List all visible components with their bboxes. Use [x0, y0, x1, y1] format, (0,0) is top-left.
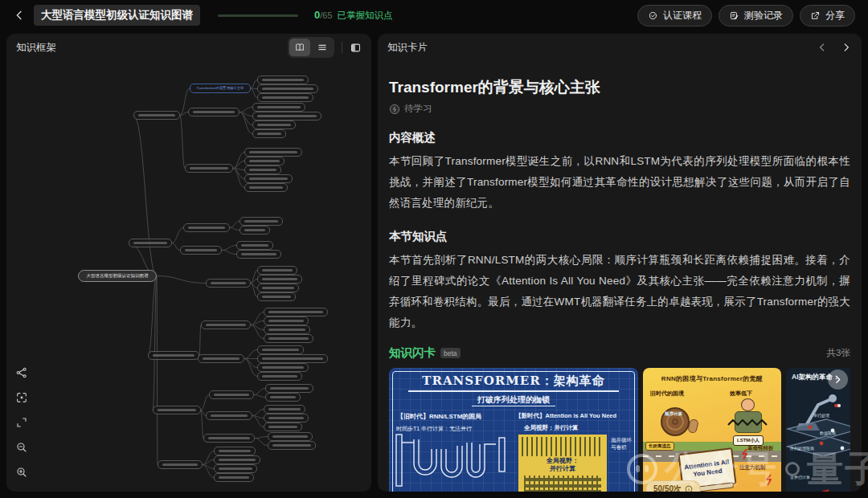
fc1-serial-label: 时间步T1 串行计算：无法并行 — [396, 425, 472, 433]
mindmap-node[interactable] — [264, 414, 309, 422]
mindmap-node[interactable] — [185, 164, 233, 173]
page-title: 大型语言模型初级认证知识图谱 — [34, 5, 200, 26]
collapse-panel-button[interactable] — [350, 42, 362, 54]
list-view-button[interactable] — [312, 39, 333, 56]
mindmap-canvas[interactable]: 大型语言模型初级认证知识图谱Transformer的背景与核心主张 — [6, 34, 371, 492]
mindmap-node[interactable] — [268, 432, 313, 441]
mindmap-node[interactable] — [214, 464, 257, 473]
next-card-button[interactable] — [841, 42, 852, 53]
mindmap-node[interactable] — [257, 284, 299, 292]
fc1-rule-2 — [472, 406, 555, 406]
mindmap-node[interactable] — [252, 112, 321, 120]
mindmap-node[interactable] — [244, 183, 288, 192]
overview-text: 本节回顾了Transformer模型诞生之前，以RNN和LSTM为代表的序列处理… — [389, 151, 850, 214]
mindmap-node[interactable] — [244, 165, 281, 174]
quiz-record-label: 测验记录 — [744, 9, 783, 22]
mindmap-node[interactable] — [257, 354, 328, 363]
mindmap-node[interactable] — [206, 279, 251, 288]
knowledge-card-panel: 知识卡片 Transformer的背景与核心主张 待学习 内容概述 本节回顾了T… — [378, 34, 862, 492]
quiz-record-button[interactable]: 测验记录 — [719, 5, 793, 27]
mindmap-node[interactable] — [236, 241, 273, 250]
header-divider — [342, 42, 342, 53]
mindmap-node[interactable] — [257, 266, 297, 275]
fc1-rule — [408, 390, 619, 392]
mindmap-node[interactable] — [180, 246, 222, 255]
mindmap-node[interactable] — [214, 455, 260, 464]
mindmap-node[interactable] — [236, 250, 281, 259]
mindmap-node[interactable] — [264, 308, 328, 316]
mindmap-node[interactable] — [158, 460, 203, 469]
clipboard-edit-icon — [729, 10, 739, 21]
flashcard-quota-badge[interactable]: 50/50次 — [645, 480, 701, 492]
topbar-actions: 认证课程 测验记录 分享 — [637, 5, 855, 27]
mindmap-node[interactable] — [252, 103, 305, 112]
zoom-out-button[interactable] — [15, 441, 28, 454]
share-button[interactable]: 分享 — [800, 5, 855, 27]
prev-card-button[interactable] — [817, 42, 828, 53]
flashcard-comic[interactable]: RNN的困境与Transformer的觉醒 旧时代的困境 效率低下 顺序计算 L… — [643, 368, 781, 492]
mindmap-root-node[interactable]: 大型语言模型初级认证知识图谱 — [78, 270, 157, 282]
points-text: 本节首先剖析了RNN/LSTM的两大核心局限：顺序计算瓶颈和长距离依赖捕捉困难。… — [389, 250, 850, 333]
mindmap-node[interactable] — [257, 275, 302, 284]
attention-dots — [643, 368, 781, 492]
right-panel-header: 知识卡片 — [378, 34, 862, 61]
mindmap-node[interactable] — [257, 93, 313, 102]
mindmap-node[interactable] — [244, 148, 302, 157]
mindmap-node[interactable] — [129, 239, 172, 247]
share-icon — [810, 10, 821, 21]
map-view-button[interactable] — [289, 39, 310, 56]
mindmap-node[interactable] — [257, 345, 304, 354]
mindmap-node[interactable] — [265, 384, 313, 393]
mindmap-node[interactable] — [244, 157, 285, 165]
overview-heading: 内容概述 — [389, 130, 850, 145]
mindmap-node[interactable] — [252, 129, 286, 138]
mindmap-node[interactable] — [257, 372, 302, 381]
mindmap-node[interactable] — [252, 120, 296, 129]
mindmap-node[interactable] — [153, 406, 201, 414]
mindmap-node[interactable] — [264, 316, 309, 325]
share-graph-icon — [15, 366, 28, 379]
graph-layout-button[interactable] — [15, 366, 28, 379]
mindmap-node[interactable] — [264, 334, 313, 343]
mindmap-node[interactable] — [268, 441, 316, 450]
mindmap-node[interactable] — [257, 76, 309, 84]
mindmap-node[interactable] — [209, 390, 254, 399]
mindmap-node[interactable] — [264, 405, 305, 414]
progress-label: 已掌握知识点 — [338, 10, 393, 22]
mindmap-node[interactable] — [257, 292, 296, 301]
fc1-title: TRANSFORMER：架构革命 — [389, 374, 638, 389]
flashcards-row: TRANSFORMER：架构革命 打破序列处理的枷锁 【旧时代】RNN/LSTM… — [389, 368, 850, 492]
focus-center-button[interactable] — [15, 391, 28, 404]
mindmap-node[interactable] — [203, 434, 255, 443]
mindmap-node[interactable] — [201, 320, 251, 329]
mindmap-node[interactable] — [240, 217, 283, 226]
status-badge-icon — [389, 104, 400, 115]
mindmap-node[interactable] — [188, 108, 240, 116]
back-button[interactable] — [13, 9, 26, 22]
expand-icon — [15, 416, 28, 429]
mindmap-node[interactable] — [206, 411, 252, 420]
mindmap-node[interactable] — [244, 174, 293, 183]
mindmap-node[interactable] — [183, 223, 230, 232]
mindmap-node[interactable] — [148, 351, 199, 360]
mindmap-node[interactable] — [198, 354, 244, 363]
flashcards-next-button[interactable] — [828, 369, 848, 390]
quota-label: 50/50次 — [653, 484, 682, 492]
mindmap-node[interactable] — [264, 422, 302, 431]
mindmap-node[interactable] — [257, 363, 309, 372]
mindmap-active-node[interactable]: Transformer的背景与核心主张 — [190, 84, 251, 93]
mindmap-node[interactable] — [240, 226, 270, 235]
flashcard-blueprint[interactable]: TRANSFORMER：架构革命 打破序列处理的枷锁 【旧时代】RNN/LSTM… — [389, 368, 638, 492]
zoom-in-button[interactable] — [15, 466, 28, 479]
mindmap-node[interactable] — [214, 473, 254, 482]
mindmap-node[interactable] — [214, 447, 256, 455]
card-navigation — [817, 42, 852, 53]
certification-course-button[interactable]: 认证课程 — [637, 5, 712, 27]
fullscreen-button[interactable] — [15, 416, 28, 429]
flashcards-count: 共3张 — [827, 347, 850, 359]
mindmap-node[interactable] — [257, 84, 318, 93]
mindmap-node[interactable] — [133, 111, 180, 120]
mindmap-node[interactable] — [264, 325, 310, 334]
flashcards-heading: 知识闪卡 — [389, 345, 436, 361]
mindmap-node[interactable] — [265, 393, 301, 402]
